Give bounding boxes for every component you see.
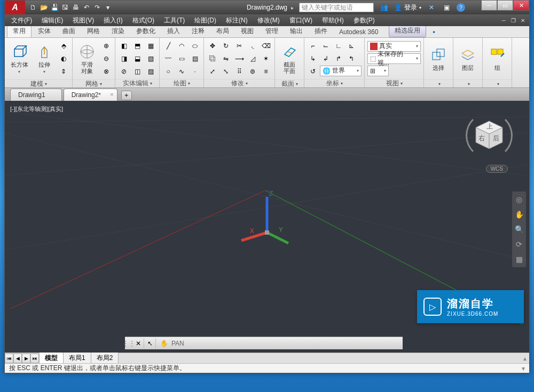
- hatch-icon[interactable]: ▤: [189, 53, 201, 65]
- view-ext-combo[interactable]: ⊞▾: [367, 66, 389, 76]
- ribbon-tab-ext[interactable]: •: [427, 27, 440, 37]
- layout-scroll-up-icon[interactable]: ▴: [521, 355, 529, 362]
- doc-restore-button[interactable]: ❐: [509, 17, 517, 24]
- cmd-close-icon[interactable]: ✕: [132, 338, 144, 349]
- ribbon-tab-manage[interactable]: 管理: [260, 25, 284, 37]
- arc-icon[interactable]: ◠: [176, 40, 187, 52]
- se-3-icon[interactable]: ⊘: [118, 66, 130, 77]
- rotate-icon[interactable]: ↻: [220, 40, 232, 52]
- steering-wheel-icon[interactable]: ◎: [514, 195, 524, 204]
- ucs-2-icon[interactable]: ⌙: [320, 40, 332, 52]
- viewcube[interactable]: 上 右 后: [465, 111, 513, 159]
- array-icon[interactable]: ⠿: [233, 66, 245, 77]
- ribbon-tab-view[interactable]: 视图: [235, 25, 259, 37]
- menu-help[interactable]: 帮助(H): [318, 15, 348, 26]
- move-icon[interactable]: ✥: [207, 40, 218, 52]
- command-input[interactable]: ✋ PAN: [156, 340, 403, 347]
- search-input[interactable]: 键入关键字或短语: [299, 3, 374, 12]
- mesh-more3-icon[interactable]: ⊗: [100, 66, 112, 77]
- ucs-1-icon[interactable]: ⌐: [307, 40, 319, 52]
- ribbon-tab-param[interactable]: 参数化: [131, 25, 161, 37]
- trim-icon[interactable]: ✂: [233, 40, 245, 52]
- se-2-icon[interactable]: ◨: [118, 53, 130, 65]
- lt-first-icon[interactable]: ⏮: [5, 354, 13, 363]
- se-9-icon[interactable]: ▨: [145, 66, 156, 77]
- layout-tab-1[interactable]: 布局1: [64, 353, 91, 364]
- qat-saveas-icon[interactable]: 🖫: [60, 3, 70, 12]
- menu-modify[interactable]: 修改(M): [253, 15, 284, 26]
- menu-params[interactable]: 参数(P): [349, 15, 379, 26]
- se-1-icon[interactable]: ◧: [118, 40, 130, 52]
- select-button[interactable]: 选择: [427, 39, 450, 78]
- ribbon-tab-annotate[interactable]: 注释: [186, 25, 210, 37]
- stretch-icon[interactable]: ⤢: [207, 66, 218, 77]
- drawing-viewport[interactable]: [-][东北等轴测][真实] Z X Y: [5, 101, 529, 353]
- ribbon-tab-render[interactable]: 渲染: [106, 25, 130, 37]
- wcs-badge[interactable]: WCS: [486, 165, 508, 173]
- qat-open-icon[interactable]: 📂: [39, 3, 49, 12]
- zoom-icon[interactable]: 🔍: [514, 225, 524, 234]
- se-4-icon[interactable]: ⬒: [131, 40, 143, 52]
- pline-icon[interactable]: 〰: [162, 53, 174, 65]
- ribbon-tab-layout[interactable]: 布局: [211, 25, 234, 37]
- menu-edit[interactable]: 编辑(E): [37, 15, 67, 26]
- ucs-4-icon[interactable]: ⊾: [345, 40, 357, 52]
- copy-icon[interactable]: ⿻: [207, 53, 218, 65]
- minimize-button[interactable]: ─: [481, 0, 497, 11]
- ribbon-tab-a360[interactable]: Autodesk 360: [334, 27, 383, 37]
- ucs-3-icon[interactable]: ∟: [333, 40, 344, 52]
- ribbon-tab-insert[interactable]: 插入: [162, 25, 185, 37]
- qat-undo-icon[interactable]: ↶: [82, 3, 91, 12]
- extend-icon[interactable]: ⟶: [233, 53, 245, 65]
- offset-icon[interactable]: ⊚: [247, 66, 258, 77]
- polysolid-icon[interactable]: ⬘: [58, 40, 69, 52]
- se-6-icon[interactable]: ◫: [131, 66, 143, 77]
- rect-icon[interactable]: ▭: [176, 53, 187, 65]
- maximize-button[interactable]: ▭: [497, 0, 513, 11]
- qat-new-icon[interactable]: 🗋: [28, 3, 38, 12]
- se-8-icon[interactable]: ▧: [145, 53, 156, 65]
- saved-view-combo[interactable]: ⬚未保存的视...▾: [367, 53, 421, 64]
- smooth-button[interactable]: 平滑 对象: [75, 39, 99, 78]
- cmd-grip-icon[interactable]: ⋮⋮: [125, 340, 132, 347]
- layers-button[interactable]: 图层: [456, 39, 480, 78]
- status-scroll-down-icon[interactable]: ▾: [522, 365, 525, 372]
- app-logo-icon[interactable]: A: [5, 1, 25, 14]
- ucs-5-icon[interactable]: ↳: [307, 53, 319, 65]
- mesh-more1-icon[interactable]: ⊕: [100, 40, 112, 52]
- ucs-9-icon[interactable]: ↺: [307, 66, 319, 77]
- ribbon-tab-mesh[interactable]: 网格: [82, 25, 105, 37]
- se-5-icon[interactable]: ⬓: [131, 53, 143, 65]
- lt-last-icon[interactable]: ⏭: [30, 354, 39, 363]
- world-combo[interactable]: 🌐世界▾: [320, 66, 362, 76]
- exchange-icon[interactable]: ✕: [427, 3, 436, 12]
- file-tab-1[interactable]: Drawing1: [10, 89, 62, 101]
- ribbon-tab-output[interactable]: 输出: [285, 25, 308, 37]
- qat-more-icon[interactable]: ▾: [103, 3, 113, 12]
- new-tab-button[interactable]: +: [121, 91, 132, 100]
- revolve-icon[interactable]: ◐: [58, 53, 69, 65]
- qat-save-icon[interactable]: 💾: [50, 3, 59, 12]
- extrude-button[interactable]: 拉伸 ▾: [33, 39, 56, 78]
- ribbon-tab-home[interactable]: 常用: [7, 25, 32, 37]
- align-icon[interactable]: ≡: [260, 66, 272, 77]
- scale-icon[interactable]: ⤡: [220, 66, 232, 77]
- close-tab-icon[interactable]: ×: [110, 91, 113, 98]
- line-icon[interactable]: ╱: [162, 40, 174, 52]
- menu-view[interactable]: 视图(V): [68, 15, 98, 26]
- menu-tools[interactable]: 工具(T): [160, 15, 189, 26]
- presspull-icon[interactable]: ⇕: [58, 66, 69, 77]
- circle-icon[interactable]: ○: [162, 66, 174, 77]
- menu-file[interactable]: 文件(F): [7, 15, 36, 26]
- menu-insert[interactable]: 插入(I): [99, 15, 127, 26]
- point-icon[interactable]: ∙: [189, 66, 201, 77]
- pan-icon[interactable]: ✋: [514, 210, 524, 219]
- fillet-icon[interactable]: ◟: [247, 40, 258, 52]
- lt-next-icon[interactable]: ▶: [22, 354, 30, 363]
- spline-icon[interactable]: ∿: [176, 66, 187, 77]
- layout-tab-2[interactable]: 布局2: [91, 353, 119, 364]
- search-icon[interactable]: 👥: [379, 3, 389, 12]
- ucs-6-icon[interactable]: ↲: [320, 53, 332, 65]
- erase-icon[interactable]: ⌫: [260, 40, 272, 52]
- menu-window[interactable]: 窗口(W): [285, 15, 317, 26]
